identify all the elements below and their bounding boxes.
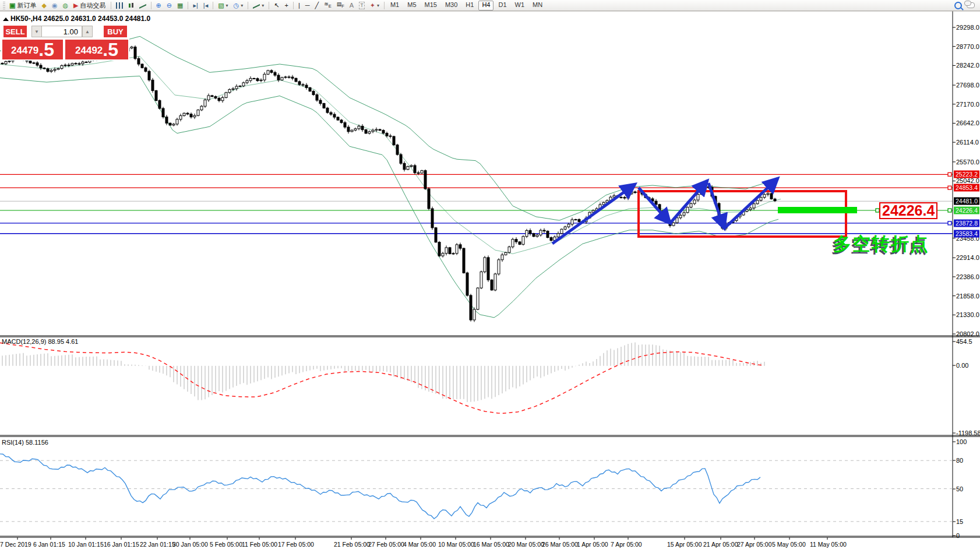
sell-button[interactable]: SELL: [3, 26, 27, 37]
timeframe-group: M1M5M15M30H1H4D1W1MN: [387, 1, 546, 10]
auto-trading-icon: ▶: [73, 2, 78, 9]
crosshair-button[interactable]: +: [282, 0, 290, 11]
text-button[interactable]: A: [347, 0, 356, 11]
arrows-button[interactable]: ✦▾: [368, 0, 382, 11]
new-order-label: 新订单: [17, 1, 36, 10]
text-label-button[interactable]: T: [357, 0, 367, 11]
cursor-button[interactable]: ↖: [272, 0, 281, 11]
zoom-in-button[interactable]: ⊕: [154, 0, 164, 11]
toolbar-separator: [293, 2, 294, 9]
auto-scroll-icon: ▸|: [193, 2, 198, 9]
horizontal-line-icon: ─: [305, 2, 310, 9]
new-order-button[interactable]: ▣ 新订单: [7, 0, 38, 11]
indicators-icon: [253, 2, 260, 9]
toolbar-separator: [213, 2, 213, 9]
trendline-button[interactable]: ╱: [313, 0, 322, 11]
history-center-button[interactable]: ◆: [39, 0, 48, 11]
horizontal-line-button[interactable]: ─: [303, 0, 312, 11]
indicators-button[interactable]: ▾: [251, 0, 266, 11]
volume-decrease-button[interactable]: ▼: [31, 26, 42, 37]
zoom-out-button[interactable]: ⊖: [164, 0, 174, 11]
fibonacci-button[interactable]: ▤F: [334, 0, 347, 11]
sell-price-button[interactable]: 24479.5: [2, 40, 63, 59]
bar-chart-button[interactable]: [114, 0, 125, 11]
toolbar-separator: [269, 2, 269, 9]
signals-button[interactable]: ◍: [60, 0, 70, 11]
zoom-in-icon: ⊕: [156, 2, 161, 9]
tab-timeframe-M1[interactable]: M1: [387, 1, 403, 10]
toolbar-separator: [188, 2, 188, 9]
fibonacci-icon: ▤F: [337, 1, 344, 9]
buy-button[interactable]: BUY: [104, 26, 127, 37]
period-button[interactable]: ◷▾: [231, 0, 246, 11]
volume-increase-button[interactable]: ▲: [82, 26, 93, 37]
tab-timeframe-D1[interactable]: D1: [495, 1, 510, 10]
one-click-trading-panel: SELL ▼ ▲ BUY 24479.5 24492.5: [1, 24, 129, 61]
toolbar-separator: [384, 2, 385, 9]
history-icon: ◆: [41, 2, 46, 9]
vertical-line-icon: |: [298, 2, 300, 9]
toolbar-separator: [248, 2, 248, 9]
tab-timeframe-MN[interactable]: MN: [529, 1, 546, 10]
text-icon: A: [350, 2, 354, 9]
tab-timeframe-H1[interactable]: H1: [462, 1, 477, 10]
clock-icon: ◷: [234, 2, 239, 9]
tab-timeframe-M15[interactable]: M15: [421, 1, 440, 10]
tile-windows-button[interactable]: ▦: [175, 0, 185, 11]
toolbar: ▣ 新订单 ◆ ◉ ◍ ▶ 自动交易 ⊕ ⊖ ▦ ▸| |◂ ▧▾ ◷▾ ▾ ↖…: [0, 0, 980, 11]
line-chart-icon: [139, 2, 146, 9]
chart-shift-button[interactable]: |◂: [201, 0, 210, 11]
buy-price-button[interactable]: 24492.5: [65, 40, 128, 59]
trendline-icon: ╱: [315, 2, 319, 9]
chart-canvas[interactable]: [0, 0, 980, 549]
text-label-icon: T: [359, 2, 365, 9]
new-chart-button[interactable]: ▧▾: [216, 0, 230, 11]
tab-timeframe-W1[interactable]: W1: [512, 1, 528, 10]
sell-price: 24479: [11, 43, 38, 58]
toolbar-grip[interactable]: [3, 2, 5, 9]
toolbar-separator: [151, 2, 151, 9]
candlestick-icon: [128, 2, 134, 9]
search-icon[interactable]: [954, 2, 962, 9]
new-order-icon: ▣: [9, 2, 15, 9]
zoom-out-icon: ⊖: [167, 2, 172, 9]
symbol-ohlc-line: HK50-,H4 24625.0 24631.0 24453.0 24481.0: [10, 15, 150, 23]
auto-trading-label: 自动交易: [80, 1, 106, 10]
crosshair-icon: +: [284, 2, 288, 9]
cursor-icon: ↖: [274, 2, 279, 9]
channel-icon: ≋E: [324, 1, 332, 9]
channel-button[interactable]: ≋E: [322, 0, 334, 11]
tab-timeframe-M30[interactable]: M30: [442, 1, 461, 10]
toolbar-separator: [111, 2, 111, 9]
tab-timeframe-M5[interactable]: M5: [404, 1, 420, 10]
chart-shift-icon: |◂: [203, 2, 208, 9]
auto-trading-button[interactable]: ▶ 自动交易: [71, 0, 108, 11]
arrows-icon: ✦: [370, 2, 375, 9]
candlestick-chart-button[interactable]: [126, 0, 136, 11]
bar-chart-icon: [116, 2, 123, 9]
chat-icon[interactable]: [967, 2, 975, 8]
vertical-line-button[interactable]: |: [296, 0, 302, 11]
volume-input[interactable]: [41, 26, 82, 37]
collapse-panel-icon[interactable]: [3, 17, 9, 21]
new-chart-icon: ▧: [218, 2, 224, 9]
tab-timeframe-H4[interactable]: H4: [478, 1, 493, 10]
auto-scroll-button[interactable]: ▸|: [191, 0, 200, 11]
profile-button[interactable]: ◉: [50, 0, 60, 11]
tile-windows-icon: ▦: [177, 2, 183, 9]
buy-price: 24492: [75, 43, 103, 58]
profile-cloud-icon: ◉: [52, 2, 58, 9]
signal-icon: ◍: [62, 2, 68, 9]
line-chart-button[interactable]: [137, 0, 149, 11]
